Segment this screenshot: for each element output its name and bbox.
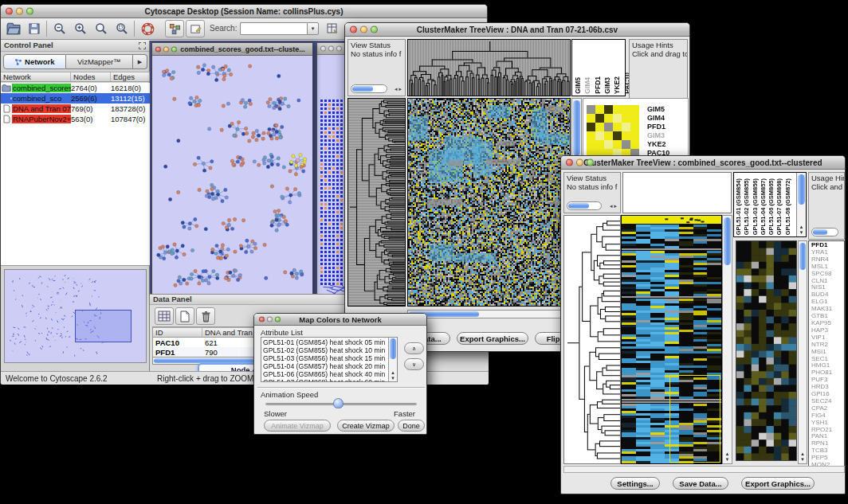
matrix-cell[interactable] — [622, 131, 630, 140]
zoom-fit-icon[interactable] — [92, 20, 111, 37]
matrix-cell[interactable] — [613, 140, 622, 149]
tv2-column-label[interactable]: GPL51-08 (GSM872) — [785, 178, 791, 235]
matrix-cell[interactable] — [604, 105, 613, 114]
close-icon[interactable] — [259, 317, 265, 322]
matrix-cell[interactable] — [622, 114, 630, 123]
tv2-zoom-heatmap[interactable] — [736, 240, 797, 461]
attribute-item[interactable]: GPL51-01 (GSM854) heat shock 05 min — [263, 338, 395, 346]
save-icon[interactable] — [25, 20, 44, 37]
network1-titlebar[interactable]: combined_scores_good.txt--cluste... — [152, 43, 312, 56]
attribute-item[interactable]: GPL51-07 (GSM868) heat shock 60 min — [263, 378, 395, 382]
minimize-icon[interactable] — [328, 46, 334, 52]
close-icon[interactable] — [6, 8, 13, 15]
tv2-column-label[interactable]: GPL51-04 (GSM857) — [760, 178, 767, 235]
tv1-column-dendrogram[interactable] — [407, 39, 571, 96]
tv1-similarity-matrix[interactable] — [587, 105, 639, 158]
birdseye-canvas[interactable] — [5, 270, 146, 362]
zoom-window-icon[interactable] — [171, 46, 177, 52]
tv2-row-dendrogram[interactable] — [563, 215, 621, 464]
matrix-cell[interactable] — [613, 123, 622, 131]
zoom-in-icon[interactable] — [71, 20, 90, 37]
tab-overflow-icon[interactable]: ▶ — [133, 54, 147, 69]
annotation-icon[interactable] — [186, 20, 205, 37]
matrix-cell[interactable] — [595, 114, 604, 123]
matrix-cell[interactable] — [595, 105, 604, 114]
delete-attribute-icon[interactable] — [196, 307, 215, 325]
col-edges[interactable]: Edges — [111, 72, 150, 81]
network-row[interactable]: combined_sco2569(6)13112(15) — [1, 93, 150, 104]
matrix-cell[interactable] — [604, 123, 613, 131]
matrix-cell[interactable] — [587, 131, 595, 140]
tv2-column-label[interactable]: GPL51-03 (GSM856) — [752, 178, 759, 235]
main-titlebar[interactable]: Cytoscape Desktop (Session Name: collins… — [1, 5, 487, 18]
vizmap-nodes-icon[interactable] — [165, 20, 184, 37]
tv1-heatmap[interactable] — [407, 98, 571, 307]
tv1-row-label[interactable]: GIM3 — [647, 131, 669, 140]
matrix-cell[interactable] — [622, 140, 630, 149]
tv1-column-labels[interactable]: GIM5GIM4PFD1GIM3YKE2PAC10 — [571, 39, 626, 96]
save-data-button[interactable]: Save Data... — [673, 477, 728, 490]
minimize-icon[interactable] — [360, 26, 367, 33]
tv2-column-label[interactable]: GPL51-02 (GSM855) — [744, 178, 750, 235]
matrix-cell[interactable] — [587, 114, 595, 123]
col-id[interactable]: ID — [153, 328, 202, 337]
attribute-item[interactable]: GPL51-04 (GSM857) heat shock 20 min — [263, 362, 395, 370]
tv2-gene-list[interactable]: PFD1YRA1RNR4MSL1SPC98CLN1NIS1BUD4ELG1MAK… — [808, 240, 845, 471]
minimize-icon[interactable] — [576, 159, 583, 166]
matrix-cell[interactable] — [622, 123, 630, 131]
close-icon[interactable] — [566, 159, 573, 166]
search-dropdown-icon[interactable]: ▾ — [307, 22, 319, 35]
col-network[interactable]: Network — [1, 72, 71, 81]
matrix-cell[interactable] — [604, 140, 613, 149]
zoom-selected-icon[interactable] — [112, 20, 132, 37]
export-graphics-button[interactable]: Export Graphics... — [741, 477, 815, 490]
minimize-icon[interactable] — [16, 8, 23, 15]
network1-canvas[interactable] — [152, 56, 312, 297]
tv1-hscrollbar[interactable] — [407, 310, 571, 318]
attribute-item[interactable]: GPL51-02 (GSM855) heat shock 10 min — [263, 346, 395, 354]
float-panel-icon[interactable] — [139, 42, 146, 49]
matrix-cell[interactable] — [595, 131, 604, 140]
tv1-row-label[interactable]: YKE2 — [647, 140, 669, 149]
zoom-window-icon[interactable] — [26, 8, 33, 15]
tv1-column-label[interactable]: GIM5 — [575, 77, 582, 94]
move-attribute-up-button[interactable]: ∧ — [404, 342, 424, 354]
matrix-cell[interactable] — [613, 114, 622, 123]
matrix-cell[interactable] — [595, 123, 604, 131]
tv2-hscrollbar[interactable] — [563, 466, 845, 473]
done-button[interactable]: Done — [398, 420, 425, 432]
matrix-cell[interactable] — [587, 123, 595, 131]
matrix-cell[interactable] — [630, 140, 639, 149]
attribute-list-scrollbar[interactable]: ▴▾ — [388, 338, 397, 381]
open-file-icon[interactable] — [4, 20, 23, 37]
tv1-row-label[interactable]: GIM5 — [647, 105, 669, 114]
network-table-header[interactable]: Network Nodes Edges — [1, 72, 150, 82]
tv2-column-labels[interactable]: GPL51-01 (GSM854)GPL51-02 (GSM855)GPL51-… — [733, 172, 807, 237]
animate-vizmap-button[interactable]: Animate Vizmap — [264, 420, 331, 432]
minimize-icon[interactable] — [163, 46, 169, 52]
attribute-table-icon[interactable] — [155, 307, 174, 325]
view-status-scrollbar[interactable] — [351, 84, 387, 93]
tv1-column-label[interactable]: GIM3 — [604, 77, 611, 94]
close-icon[interactable] — [320, 46, 326, 52]
scroll-arrows-icon[interactable]: ◂▸ — [395, 86, 403, 92]
tv1-row-labels[interactable]: GIM5GIM4PFD1GIM3YKE2PAC10 — [647, 105, 669, 158]
zoom-window-icon[interactable] — [587, 159, 594, 166]
matrix-cell[interactable] — [587, 140, 595, 149]
new-attribute-icon[interactable] — [175, 307, 194, 325]
matrix-cell[interactable] — [630, 123, 639, 131]
tv2-column-scrollbar[interactable]: ▴▾ — [796, 173, 806, 236]
tv2-column-dendrogram[interactable] — [622, 172, 732, 213]
network-row[interactable]: DNA and Tran 07769(0)183728(0) — [1, 104, 150, 114]
tab-vizmapper[interactable]: VizMapper™ — [66, 54, 133, 69]
tv1-column-label[interactable]: GIM4 — [584, 77, 591, 94]
tv2-vscrollbar[interactable]: ▴▾ — [722, 215, 732, 464]
network-row[interactable]: combined_scores2764(0)16218(0) — [1, 83, 150, 93]
matrix-cell[interactable] — [587, 105, 595, 114]
close-icon[interactable] — [155, 46, 161, 52]
move-attribute-down-button[interactable]: ∨ — [404, 358, 424, 370]
matrix-cell[interactable] — [613, 105, 622, 114]
view-status-scrollbar[interactable] — [567, 201, 602, 210]
tv1-row-label[interactable]: PFD1 — [647, 123, 669, 131]
window-controls[interactable] — [6, 8, 33, 15]
